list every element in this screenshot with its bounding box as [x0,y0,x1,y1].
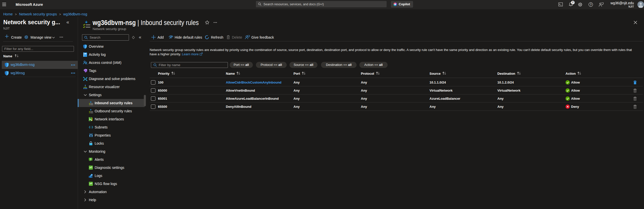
svg-text:?: ? [590,3,592,6]
